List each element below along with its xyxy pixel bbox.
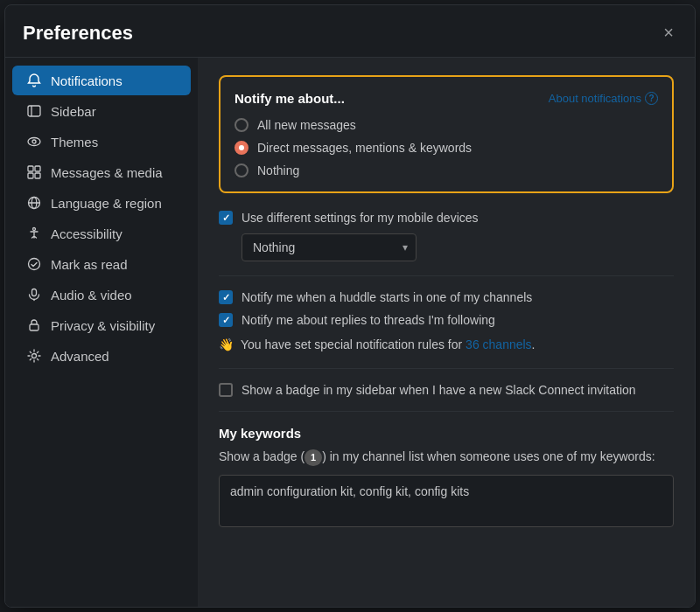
huddle-checkbox[interactable]: [219, 290, 233, 304]
keywords-title: My keywords: [219, 426, 674, 441]
sidebar-item-accessibility[interactable]: Accessibility: [12, 219, 191, 248]
notify-dm-label: Direct messages, mentions & keywords: [257, 141, 472, 155]
sidebar-item-themes[interactable]: Themes: [12, 127, 191, 156]
divider-3: [219, 411, 674, 412]
keywords-badge: 1: [304, 449, 322, 466]
wave-icon: 👋: [219, 336, 234, 354]
main-content: Notify me about... About notifications ?…: [198, 58, 695, 607]
svg-rect-4: [28, 166, 33, 171]
sidebar-audio-video-label: Audio & video: [51, 288, 132, 303]
sidebar-item-mark-as-read[interactable]: Mark as read: [12, 249, 191, 279]
divider-2: [219, 368, 674, 369]
grid-icon: [26, 164, 42, 180]
sidebar-item-messages-media[interactable]: Messages & media: [12, 157, 191, 187]
threads-checkbox-row: Notify me about replies to threads I'm f…: [219, 313, 674, 327]
notify-nothing-label: Nothing: [257, 163, 299, 177]
slack-connect-label: Show a badge in my sidebar when I have a…: [242, 383, 636, 397]
keywords-textarea[interactable]: [219, 475, 674, 527]
sidebar-item-notifications[interactable]: Notifications: [12, 66, 191, 95]
svg-point-12: [29, 259, 40, 270]
notify-section: Notify me about... About notifications ?…: [219, 75, 674, 193]
sidebar: Notifications Sidebar: [5, 58, 198, 607]
modal-title: Preferences: [23, 22, 133, 45]
sidebar-item-language-region[interactable]: Language & region: [12, 188, 191, 218]
huddle-label: Notify me when a huddle starts in one of…: [242, 290, 532, 304]
slack-connect-row: Show a badge in my sidebar when I have a…: [219, 383, 674, 397]
question-circle-icon: ?: [645, 92, 658, 105]
radio-nothing[interactable]: [234, 163, 248, 177]
svg-rect-6: [28, 173, 33, 178]
huddle-checkbox-row: Notify me when a huddle starts in one of…: [219, 290, 674, 304]
sidebar-sidebar-label: Sidebar: [51, 104, 96, 119]
sidebar-accessibility-label: Accessibility: [51, 226, 122, 241]
accessibility-icon: [26, 226, 42, 241]
close-button[interactable]: ×: [660, 19, 677, 46]
radio-dm[interactable]: [234, 141, 248, 155]
notify-option-nothing[interactable]: Nothing: [234, 163, 658, 177]
mobile-dropdown[interactable]: All new messages Direct messages, mentio…: [242, 233, 416, 261]
eye-icon: [26, 134, 42, 150]
divider-1: [219, 275, 674, 276]
notify-option-all[interactable]: All new messages: [234, 118, 658, 132]
mobile-dropdown-container: All new messages Direct messages, mentio…: [242, 233, 416, 261]
sidebar-item-sidebar[interactable]: Sidebar: [12, 96, 191, 126]
notify-option-dm[interactable]: Direct messages, mentions & keywords: [234, 141, 658, 155]
notify-title: Notify me about...: [234, 91, 345, 106]
svg-rect-15: [30, 324, 38, 330]
mobile-settings-row: Use different settings for my mobile dev…: [219, 211, 674, 225]
sidebar-icon: [26, 103, 42, 119]
bell-icon: [26, 73, 42, 88]
sidebar-mark-as-read-label: Mark as read: [51, 257, 128, 272]
mark-read-icon: [26, 256, 42, 272]
svg-rect-7: [35, 173, 40, 178]
svg-point-16: [32, 354, 37, 358]
notify-all-label: All new messages: [257, 118, 356, 132]
channels-link[interactable]: 36 channels: [466, 337, 532, 351]
mobile-dropdown-wrapper: All new messages Direct messages, mentio…: [242, 233, 674, 261]
notify-options: All new messages Direct messages, mentio…: [234, 118, 658, 177]
sidebar-item-privacy[interactable]: Privacy & visibility: [12, 310, 191, 340]
special-rules-row: 👋 You have set special notification rule…: [219, 336, 674, 354]
special-rules-text: You have set special notification rules …: [241, 336, 536, 354]
threads-checkbox[interactable]: [219, 313, 233, 327]
svg-rect-0: [28, 106, 40, 116]
sidebar-notifications-label: Notifications: [51, 73, 122, 88]
sidebar-messages-label: Messages & media: [51, 165, 163, 180]
sidebar-privacy-label: Privacy & visibility: [51, 318, 155, 333]
sidebar-advanced-label: Advanced: [51, 349, 109, 364]
sidebar-item-advanced[interactable]: Advanced: [12, 341, 191, 371]
slack-connect-checkbox[interactable]: [219, 383, 233, 397]
mobile-settings-checkbox[interactable]: [219, 211, 233, 225]
modal-header: Preferences ×: [5, 5, 695, 58]
notify-header: Notify me about... About notifications ?: [234, 91, 658, 106]
about-notifications-link[interactable]: About notifications ?: [549, 92, 658, 105]
sidebar-language-label: Language & region: [51, 196, 162, 211]
globe-icon: [26, 195, 42, 211]
svg-point-3: [32, 140, 36, 143]
svg-point-11: [33, 228, 36, 231]
about-notifications-text: About notifications: [549, 92, 641, 105]
svg-rect-5: [35, 166, 40, 171]
modal-body: Notifications Sidebar: [5, 58, 695, 607]
lock-icon: [26, 317, 42, 333]
threads-label: Notify me about replies to threads I'm f…: [242, 313, 495, 327]
gear-icon: [26, 348, 42, 364]
keywords-desc-before: Show a badge (: [219, 449, 304, 463]
sidebar-item-audio-video[interactable]: Audio & video: [12, 280, 191, 309]
audio-icon: [26, 287, 42, 303]
preferences-modal: Preferences × Notifications: [4, 4, 696, 608]
svg-point-2: [28, 138, 40, 146]
radio-all[interactable]: [234, 118, 248, 132]
mobile-settings-label: Use different settings for my mobile dev…: [242, 211, 479, 225]
sidebar-themes-label: Themes: [51, 135, 98, 150]
svg-rect-13: [32, 289, 37, 296]
keywords-desc-after: ) in my channel list when someone uses o…: [322, 449, 655, 463]
keywords-description: Show a badge (1) in my channel list when…: [219, 448, 674, 466]
